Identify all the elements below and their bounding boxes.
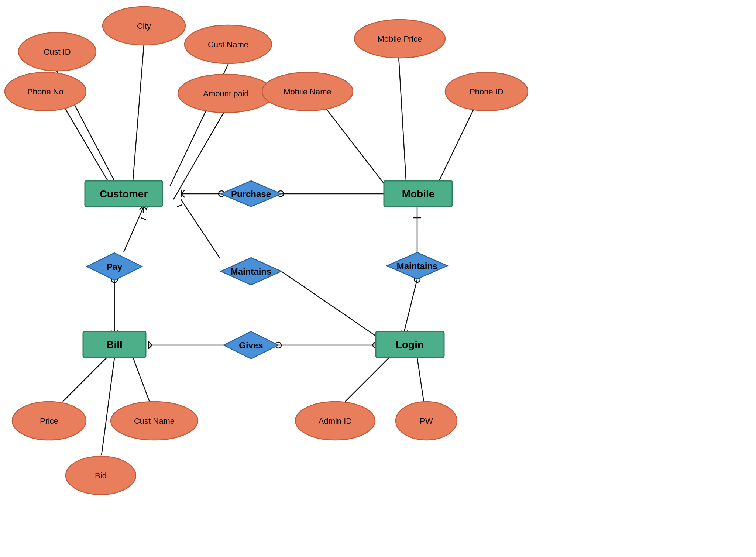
svg-line-31 [177,205,182,207]
svg-line-52 [345,357,389,402]
svg-line-30 [181,199,220,258]
attr-mobile-name-label: Mobile Name [284,87,331,96]
svg-line-7 [325,107,388,188]
entity-login-label: Login [396,339,424,350]
svg-line-50 [133,357,150,402]
attr-bid-label: Bid [95,471,107,480]
rel-gives-label: Gives [239,340,263,350]
rel-maintains-right-label: Maintains [397,261,438,271]
svg-line-43 [148,345,152,349]
svg-line-24 [141,218,146,220]
svg-line-53 [417,357,424,402]
svg-line-51 [102,358,114,455]
er-diagram: Customer Mobile Bill Login Cust ID City … [0,0,756,557]
svg-line-5 [173,110,225,199]
entity-customer-label: Customer [100,188,148,200]
attr-price-label: Price [40,416,58,426]
svg-line-6 [399,56,406,181]
svg-line-2 [133,44,144,181]
svg-line-8 [434,108,474,192]
attr-phone-no-label: Phone No [27,87,63,96]
rel-purchase-label: Purchase [231,189,271,199]
attr-city-label: City [137,21,151,31]
attr-cust-name-label: Cust Name [208,40,248,49]
svg-line-49 [63,357,107,402]
svg-line-23 [124,206,144,252]
attr-pw-label: PW [420,416,433,426]
entity-bill-label: Bill [106,339,123,350]
attr-cust-id-label: Cust ID [44,47,71,56]
entity-mobile-label: Mobile [402,188,435,200]
attr-cust-name2-label: Cust Name [134,416,175,426]
svg-line-42 [148,341,152,345]
rel-pay-label: Pay [107,262,123,272]
attr-mobile-price-label: Mobile Price [377,34,422,44]
rel-maintains-center-label: Maintains [231,267,272,276]
svg-line-35 [404,279,417,331]
attr-amount-paid-label: Amount paid [203,89,249,98]
attr-admin-id-label: Admin ID [319,416,352,426]
attr-phone-id-label: Phone ID [470,87,504,96]
svg-line-32 [281,271,376,336]
svg-line-4 [65,108,114,192]
